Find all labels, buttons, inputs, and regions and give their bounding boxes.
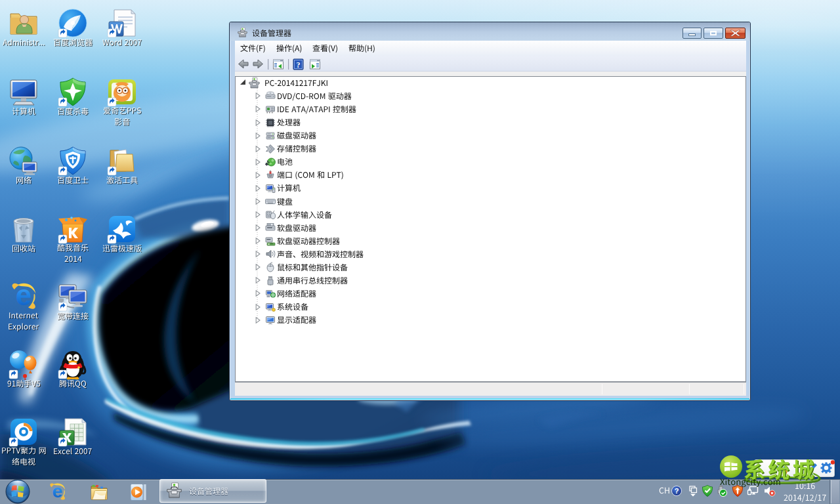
svg-text:?: ?	[675, 487, 679, 495]
svg-text:?: ?	[297, 60, 301, 70]
svg-text:e: e	[52, 480, 63, 501]
svg-text:e: e	[16, 279, 32, 311]
